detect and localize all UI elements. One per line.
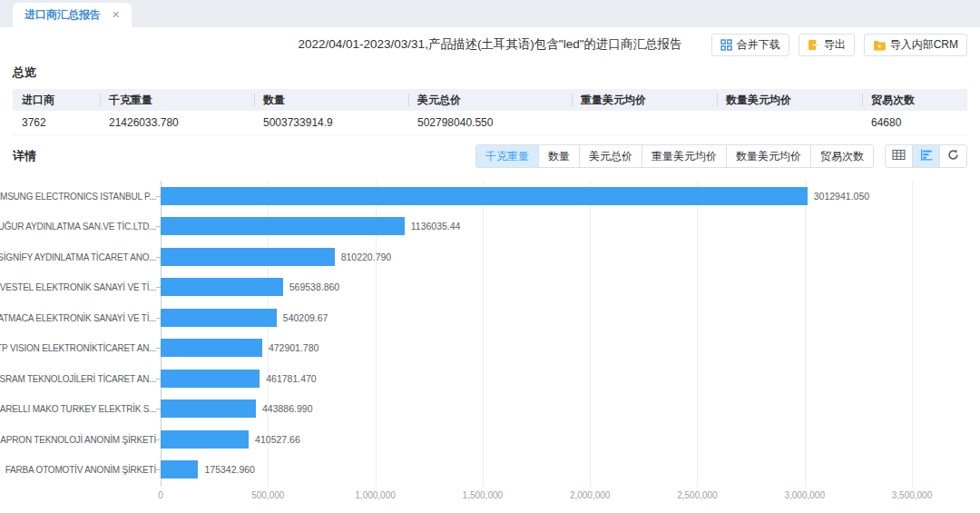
chart-plot-area: SAMSUNG ELECTRONICS ISTANBUL P...3012941… bbox=[13, 181, 967, 487]
bar[interactable] bbox=[161, 217, 405, 235]
overview-column-header: 数量美元均价 bbox=[717, 89, 862, 111]
category-label: MARELLI MAKO TURKEY ELEKTRİK S... bbox=[0, 404, 156, 414]
bar-chart-view-button[interactable] bbox=[912, 144, 940, 168]
overview-section-title: 总览 bbox=[13, 64, 967, 81]
bar[interactable] bbox=[161, 309, 277, 327]
merge-download-button[interactable]: 合并下载 bbox=[711, 34, 789, 56]
chart-row: VESTEL ELEKTRONİK SANAYİ VE Tİ...569538.… bbox=[13, 272, 967, 303]
metric-tab-group: 千克重量数量美元总价重量美元均价数量美元均价贸易次数 bbox=[475, 144, 874, 168]
overview-column-header: 贸易次数 bbox=[862, 89, 967, 111]
refresh-button[interactable] bbox=[939, 144, 967, 168]
category-label: SAMSUNG ELECTRONICS ISTANBUL P... bbox=[0, 191, 156, 201]
category-label: UĞUR AYDINLATMA SAN.VE TİC.LTD... bbox=[0, 222, 156, 232]
metric-tab-5[interactable]: 数量美元均价 bbox=[726, 144, 811, 168]
x-tick-label: 3,500,000 bbox=[871, 490, 953, 500]
overview-cell: 21426033.780 bbox=[100, 116, 254, 129]
refresh-icon bbox=[947, 149, 959, 163]
chart-row: SAMSUNG ELECTRONICS ISTANBUL P...3012941… bbox=[13, 181, 967, 212]
bar[interactable] bbox=[161, 430, 249, 449]
bar[interactable] bbox=[161, 370, 260, 388]
overview-cell: 3762 bbox=[13, 116, 100, 129]
header-actions: 合并下载导出导入内部CRM bbox=[711, 34, 967, 56]
metric-tab-4[interactable]: 重量美元均价 bbox=[642, 144, 727, 168]
overview-table-header: 进口商千克重量数量美元总价重量美元均价数量美元均价贸易次数 bbox=[13, 89, 967, 111]
bar[interactable] bbox=[161, 248, 335, 266]
bar-chart-icon bbox=[920, 149, 933, 163]
import-crm-button[interactable]: 导入内部CRM bbox=[864, 34, 967, 56]
category-label: ATMACA ELEKTRONİK SANAYİ VE Tİ... bbox=[0, 312, 156, 322]
x-tick-label: 1,000,000 bbox=[335, 490, 416, 500]
bar-value-label: 3012941.050 bbox=[814, 191, 869, 202]
report-title: 2022/04/01-2023/03/31,产品描述(土耳其语)包含"led"的… bbox=[299, 36, 682, 53]
export-button[interactable]: 导出 bbox=[799, 34, 855, 56]
tab-importer-summary-report[interactable]: 进口商汇总报告 ✕ bbox=[13, 3, 132, 27]
x-tick-label: 2,500,000 bbox=[656, 490, 738, 500]
overview-cell: 64680 bbox=[862, 116, 967, 129]
report-header: 2022/04/01-2023/03/31,产品描述(土耳其语)包含"led"的… bbox=[13, 27, 967, 62]
tab-bar: 进口商汇总报告 ✕ bbox=[0, 0, 980, 27]
category-label: APRON TEKNOLOJİ ANONİM ŞİRKETİ bbox=[0, 434, 156, 444]
bar-value-label: 810220.790 bbox=[341, 252, 391, 262]
category-label: OSRAM TEKNOLOJİLERİ TİCARET AN... bbox=[0, 373, 156, 383]
importer-bar-chart: SAMSUNG ELECTRONICS ISTANBUL P...3012941… bbox=[13, 181, 967, 509]
overview-cell: 5003733914.9 bbox=[254, 116, 408, 129]
detail-section-title: 详情 bbox=[13, 148, 36, 164]
x-tick-label: 1,500,000 bbox=[442, 490, 524, 500]
bar[interactable] bbox=[161, 278, 283, 296]
overview-column-header: 数量 bbox=[254, 89, 408, 111]
x-tick-label: 3,000,000 bbox=[764, 490, 846, 500]
chart-row: FARBA OTOMOTİV ANONİM ŞİRKETİ175342.960 bbox=[13, 455, 967, 486]
chart-x-axis: 0500,0001,000,0001,500,0002,000,0002,500… bbox=[13, 490, 967, 505]
tab-label: 进口商汇总报告 bbox=[24, 7, 101, 23]
metric-tab-1[interactable]: 千克重量 bbox=[475, 144, 539, 168]
overview-column-header: 千克重量 bbox=[100, 89, 254, 111]
bar-value-label: 175342.960 bbox=[204, 464, 254, 475]
report-page: 2022/04/01-2023/03/31,产品描述(土耳其语)包含"led"的… bbox=[0, 27, 980, 513]
bar[interactable] bbox=[161, 187, 808, 205]
overview-column-header: 美元总价 bbox=[408, 89, 572, 111]
chart-row: OSRAM TEKNOLOJİLERİ TİCARET AN...461781.… bbox=[13, 363, 967, 394]
export-icon bbox=[808, 39, 819, 51]
action-button-label: 导出 bbox=[824, 37, 846, 53]
metric-tab-2[interactable]: 数量 bbox=[538, 144, 580, 168]
chart-row: ATMACA ELEKTRONİK SANAYİ VE Tİ...540209.… bbox=[13, 302, 967, 333]
bar-value-label: 569538.860 bbox=[289, 281, 339, 292]
bar[interactable] bbox=[161, 400, 256, 418]
x-tick-label: 500,000 bbox=[227, 490, 309, 500]
action-button-label: 合并下载 bbox=[737, 37, 780, 53]
import-crm-icon bbox=[873, 40, 886, 51]
bar-value-label: 472901.780 bbox=[269, 342, 318, 353]
overview-table-row: 376221426033.7805003733914.9502798040.55… bbox=[13, 111, 967, 135]
overview-column-header: 重量美元均价 bbox=[572, 89, 717, 111]
metric-tab-3[interactable]: 美元总价 bbox=[579, 144, 642, 168]
chart-row: UĞUR AYDINLATMA SAN.VE TİC.LTD...1136035… bbox=[13, 212, 967, 242]
chart-row: MARELLI MAKO TURKEY ELEKTRİK S...443886.… bbox=[13, 394, 967, 425]
category-label: TP VISION ELEKTRONİKTİCARET AN... bbox=[0, 343, 156, 353]
chart-row: TP VISION ELEKTRONİKTİCARET AN...472901.… bbox=[13, 333, 967, 364]
merge-download-icon bbox=[720, 39, 732, 51]
bar-value-label: 1136035.44 bbox=[411, 221, 461, 232]
bar-value-label: 540209.67 bbox=[283, 312, 328, 323]
detail-controls: 千克重量数量美元总价重量美元均价数量美元均价贸易次数 bbox=[475, 144, 967, 168]
overview-table: 进口商千克重量数量美元总价重量美元均价数量美元均价贸易次数 3762214260… bbox=[13, 89, 967, 135]
category-label: SİGNİFY AYDINLATMA TİCARET ANO... bbox=[0, 252, 156, 261]
x-tick-label: 0 bbox=[120, 490, 201, 500]
bar-value-label: 410527.66 bbox=[255, 434, 300, 445]
category-label: VESTEL ELEKTRONİK SANAYİ VE Tİ... bbox=[0, 282, 156, 292]
bar[interactable] bbox=[161, 460, 198, 478]
table-view-icon bbox=[892, 149, 906, 163]
table-view-button[interactable] bbox=[885, 144, 913, 168]
action-button-label: 导入内部CRM bbox=[890, 37, 958, 53]
chart-row: APRON TEKNOLOJİ ANONİM ŞİRKETİ410527.66 bbox=[13, 424, 967, 455]
view-button-group bbox=[885, 144, 967, 168]
chart-row: SİGNİFY AYDINLATMA TİCARET ANO...810220.… bbox=[13, 242, 967, 272]
category-label: FARBA OTOMOTİV ANONİM ŞİRKETİ bbox=[5, 465, 156, 475]
bar-value-label: 443886.990 bbox=[262, 403, 312, 414]
x-tick-label: 2,000,000 bbox=[549, 490, 631, 500]
bar[interactable] bbox=[161, 339, 262, 357]
overview-cell: 502798040.550 bbox=[408, 116, 572, 129]
metric-tab-6[interactable]: 贸易次数 bbox=[810, 144, 874, 168]
detail-toolbar: 详情 千克重量数量美元总价重量美元均价数量美元均价贸易次数 bbox=[13, 143, 967, 169]
overview-column-header: 进口商 bbox=[13, 89, 100, 111]
tab-close-icon[interactable]: ✕ bbox=[112, 10, 120, 20]
